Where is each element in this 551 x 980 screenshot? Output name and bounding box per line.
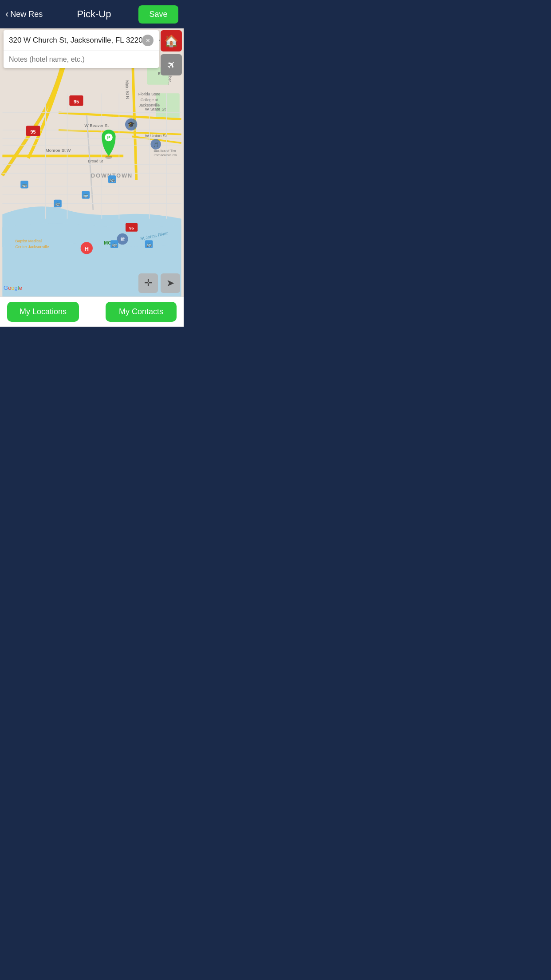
svg-text:H: H [84, 245, 89, 252]
svg-text:🚌: 🚌 [146, 241, 152, 247]
header: ‹ New Res Pick-Up Save [0, 0, 184, 28]
map-navigate-button[interactable]: ➤ [161, 273, 180, 293]
map-background[interactable]: 95 95 95 URBAN CORE DOWNTOWN W State St … [0, 28, 184, 296]
chevron-left-icon: ‹ [5, 8, 8, 20]
svg-text:Main St N: Main St N [125, 80, 130, 99]
map-svg: 95 95 95 URBAN CORE DOWNTOWN W State St … [0, 28, 184, 296]
svg-text:W Union St: W Union St [145, 133, 167, 138]
address-input-row [4, 30, 159, 51]
svg-text:🚌: 🚌 [22, 182, 28, 188]
svg-text:Baptist Medical: Baptist Medical [16, 239, 42, 243]
svg-text:College at: College at [141, 98, 158, 102]
map-section: 95 95 95 URBAN CORE DOWNTOWN W State St … [0, 28, 184, 296]
back-label: New Res [10, 10, 43, 19]
address-bar [4, 30, 159, 68]
page-title: Pick-Up [50, 8, 138, 20]
my-locations-tab[interactable]: My Locations [7, 302, 79, 322]
notes-input[interactable] [4, 51, 159, 68]
svg-text:🎵: 🎵 [153, 142, 159, 148]
svg-text:🚌: 🚌 [110, 177, 115, 182]
svg-text:🎓: 🎓 [127, 121, 135, 128]
svg-text:🚌: 🚌 [55, 201, 61, 206]
svg-text:W Beaver St: W Beaver St [84, 123, 109, 128]
home-icon: 🏠 [164, 34, 178, 48]
airport-button[interactable]: ✈ [161, 54, 182, 75]
navigation-icon: ➤ [166, 277, 174, 289]
svg-text:95: 95 [31, 129, 36, 134]
map-right-buttons: 🏠 ✈ [161, 30, 182, 75]
svg-text:🏛: 🏛 [120, 237, 125, 242]
save-button[interactable]: Save [138, 5, 178, 24]
google-logo: Google [4, 285, 22, 291]
svg-text:95: 95 [74, 99, 79, 104]
svg-text:P: P [107, 135, 110, 140]
my-contacts-tab[interactable]: My Contacts [106, 302, 177, 322]
crosshair-icon: ✛ [144, 277, 152, 289]
svg-text:95: 95 [129, 225, 134, 230]
svg-text:Center Jacksonville: Center Jacksonville [16, 245, 49, 249]
svg-text:🚌: 🚌 [83, 192, 89, 198]
svg-text:Jacksonville: Jacksonville [139, 103, 160, 107]
map-zoom-button[interactable]: ✛ [138, 273, 158, 293]
svg-text:Florida State: Florida State [138, 92, 161, 96]
clear-address-button[interactable] [142, 35, 153, 46]
svg-text:Monroe St W: Monroe St W [46, 148, 71, 153]
svg-point-45 [105, 155, 112, 159]
svg-text:Immaculate Co...: Immaculate Co... [153, 153, 180, 157]
map-bottom-controls: ✛ ➤ [138, 273, 180, 293]
svg-text:🚌: 🚌 [112, 241, 118, 247]
airplane-icon: ✈ [164, 57, 179, 72]
svg-text:Broad St: Broad St [88, 159, 103, 163]
bottom-tabs: My Locations My Contacts [0, 296, 184, 327]
back-button[interactable]: ‹ New Res [5, 8, 50, 20]
address-input[interactable] [9, 36, 142, 45]
home-location-button[interactable]: 🏠 [161, 30, 182, 51]
